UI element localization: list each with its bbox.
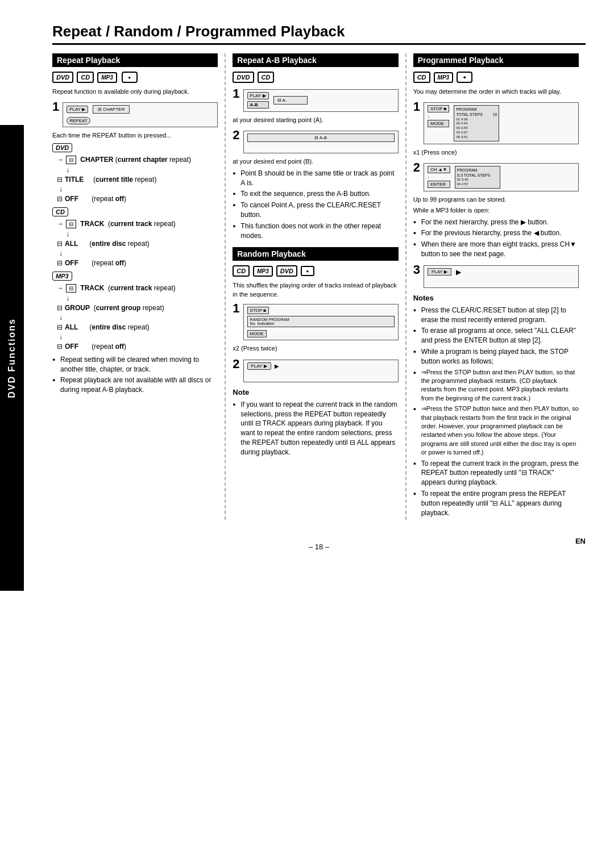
prog-cd-icon: CD — [413, 72, 430, 83]
rand-step1-diag: STOP ■ RANDOM PROGRAMNo. Indication MODE — [243, 302, 399, 342]
ab-step2-diagram: ⊟ A-B — [243, 129, 399, 155]
rand-row3: MODE — [247, 330, 395, 337]
cd-mode-off: ⊟ OFF (repeat off) — [57, 259, 218, 267]
prog-step2-row: CH ▲▼ ↓ ENTER PROGRAM S:3 TOTAL STEPS — [428, 166, 575, 189]
dvd-icon: DVD — [52, 72, 73, 83]
prog-step1-box: STOP ■ ↓ MODE PROGRAM TOTAL STEPS 10 — [424, 102, 579, 144]
disc-icon: ● — [122, 72, 138, 83]
play-triangle: ▶ — [456, 268, 461, 276]
ab-step1-box: PLAY ▶ A-B ⊟ A- — [243, 89, 399, 112]
random-intro: This shuffles the playing order of track… — [233, 281, 398, 299]
ab-step2-block: 2 ⊟ A-B — [233, 129, 398, 155]
cd-down1: ↓ — [66, 230, 218, 238]
col-repeat-playback: Repeat Playback DVD CD MP3 ● Repeat func… — [52, 53, 226, 520]
note-title: Note — [233, 387, 398, 398]
sidebar-text: DVD Functions — [7, 318, 17, 398]
prog-bullet-2: For the previous hierarchy, press the ◀ … — [413, 228, 579, 238]
rand-disc: ● — [301, 266, 314, 276]
random-note-list: If you want to repeat the current track … — [233, 400, 398, 457]
prog-screen: PROGRAM TOTAL STEPS 10 01 4:3602 4:4403 … — [454, 105, 499, 141]
prog-note-2: To erase all programs at once, select "A… — [413, 326, 579, 345]
prog-step2-caption-b: While a MP3 folder is open: — [413, 206, 579, 215]
each-time-text: Each time the REPEAT button is pressed..… — [52, 131, 218, 140]
rand-step1-caption: x2 (Press twice) — [233, 344, 398, 353]
rand-screen: RANDOM PROGRAMNo. Indication — [247, 316, 395, 327]
mp3-icon: MP3 — [97, 72, 117, 83]
mp3-down2: ↓ — [59, 314, 218, 322]
rand-step1-num: 1 — [233, 302, 239, 315]
prog-step1-caption: x1 (Press once) — [413, 148, 579, 157]
play-btn-rand: PLAY ▶ — [247, 362, 271, 370]
prog-notes-list: Press the CLEAR/C.RESET button at step [… — [413, 306, 579, 518]
mp3-mode-track: → ⊟ TRACK (current track repeat) — [57, 284, 218, 293]
mode-btn-prog: MODE — [428, 120, 450, 127]
prog-step3-diag: PLAY ▶ ▶ — [424, 264, 579, 290]
ab-bullet-4: This function does not work in the other… — [233, 222, 398, 241]
prog-screen2-row: S:3 TOTAL STEPS — [457, 173, 498, 178]
cd-mode-all: ⊟ ALL (entire disc repeat) — [57, 240, 218, 248]
prog-note-3: While a program is being played back, th… — [413, 347, 579, 366]
cd-down2: ↓ — [59, 249, 218, 257]
random-note: Note If you want to repeat the current t… — [233, 387, 398, 457]
prog-step3-box: PLAY ▶ ▶ — [424, 265, 579, 288]
play-icon-rand: ▶ — [275, 363, 279, 369]
rand-step1-box: STOP ■ RANDOM PROGRAMNo. Indication MODE — [243, 304, 399, 340]
repeat-header: Repeat Playback — [52, 53, 218, 67]
play-area: PLAY ▶ — [67, 106, 88, 113]
ab-btn: A-B — [247, 101, 269, 108]
prog-step1-block: 1 STOP ■ ↓ MODE PROGRAM — [413, 101, 579, 145]
random-section: Random Playback CD MP3 DVD ● This shuffl… — [233, 247, 398, 457]
prog-notes-title: Notes — [413, 293, 579, 303]
rand-cd: CD — [233, 265, 250, 277]
rand-step2-num: 2 — [233, 358, 239, 370]
mp3-mode-all: ⊟ ALL (entire disc repeat) — [57, 323, 218, 331]
ab-step1-block: 1 PLAY ▶ A-B ⊟ A- — [233, 87, 398, 114]
rand-row1: STOP ■ — [247, 307, 395, 314]
dvd-mode-off: ⊟ OFF (repeat off) — [57, 195, 218, 203]
prog-step2-diag: CH ▲▼ ↓ ENTER PROGRAM S:3 TOTAL STEPS — [424, 161, 579, 193]
step1-number: 1 — [52, 101, 59, 113]
repeat-box: ⊟ — [66, 156, 76, 164]
step1-diagram: PLAY ▶ ⊟ CHAPTER REPEAT — [63, 101, 218, 129]
ab-bullet-3: To cancel Point A, press the CLEAR/C.RES… — [233, 201, 398, 220]
prog-step2-block: 2 CH ▲▼ ↓ ENTER PROGRAM — [413, 161, 579, 193]
random-devices: CD MP3 DVD ● — [233, 265, 398, 277]
prog-bullet-3: When there are more than eight tracks, p… — [413, 240, 579, 259]
prog-step3-row: PLAY ▶ ▶ — [428, 268, 575, 276]
rand-diag-content: STOP ■ RANDOM PROGRAMNo. Indication MODE — [247, 307, 395, 337]
col1-bullets: Repeat setting will be cleared when movi… — [52, 355, 218, 395]
diag-row: PLAY ▶ ⊟ CHAPTER — [67, 105, 130, 114]
prog-step3-num: 3 — [413, 264, 420, 276]
cd-mode-icon: CD — [52, 207, 68, 216]
prog-track-list: 01 4:3602 4:4403 3:4004 2:5705 3:51 — [456, 118, 497, 140]
prog-step2-bullets: For the next hierarchy, press the ▶ butt… — [413, 218, 579, 259]
dvd-down2: ↓ — [59, 185, 218, 193]
prog-step3-block: 3 PLAY ▶ ▶ — [413, 264, 579, 290]
play-btn-prog: PLAY ▶ — [428, 268, 451, 276]
col1-bullet-1: Repeat setting will be cleared when movi… — [52, 355, 218, 374]
prog-header: Programmed Playback — [413, 53, 579, 67]
prog-track-list2: 01 3:4004 2:57 — [457, 178, 498, 187]
prog-devices: CD MP3 ● — [413, 72, 579, 83]
ab-step1-row: PLAY ▶ A-B ⊟ A- — [247, 92, 395, 108]
ab-dvd-icon: DVD — [233, 72, 254, 83]
prog-step1-num: 1 — [413, 101, 420, 113]
dvd-mode-chapter: → ⊟ CHAPTER (current chapter repeat) — [57, 156, 218, 164]
rand-step2-diag: PLAY ▶ ▶ — [243, 358, 399, 384]
ab-btns: PLAY ▶ A-B — [247, 92, 269, 108]
repeat-devices: DVD CD MP3 ● — [52, 72, 218, 83]
mp3-down1: ↓ — [66, 294, 218, 302]
col-programmed: Programmed Playback CD MP3 ● You may det… — [406, 53, 586, 520]
page-number: – 18 – — [230, 542, 408, 551]
ab-cd-icon: CD — [258, 72, 275, 83]
remote-diagram: PLAY ▶ ⊟ CHAPTER REPEAT — [67, 105, 214, 124]
a-screen: ⊟ A- — [273, 96, 308, 105]
prog-step1-diag: STOP ■ ↓ MODE PROGRAM TOTAL STEPS 10 — [424, 101, 579, 145]
dvd-mode-icon: DVD — [52, 143, 72, 152]
mp3-mode-icon: MP3 — [52, 272, 72, 281]
ab-step2-number: 2 — [233, 129, 239, 141]
ab-bullets: Point B should be in the same title or t… — [233, 169, 398, 241]
prog-step2-num: 2 — [413, 161, 420, 174]
step1-block: 1 PLAY ▶ ⊟ CHAPTER REPEAT — [52, 101, 218, 129]
mp3-mode-off: ⊟ OFF (repeat off) — [57, 343, 218, 350]
